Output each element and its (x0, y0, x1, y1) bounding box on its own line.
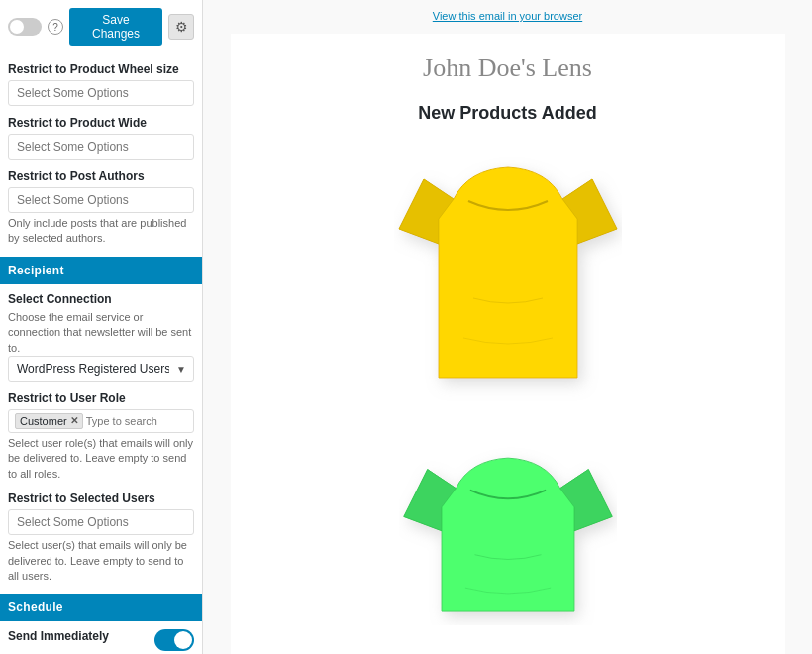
send-immediately-label: Send Immediately (8, 629, 109, 643)
post-authors-group: Restrict to Post Authors Only include po… (8, 169, 194, 247)
product-wide-label: Restrict to Product Wide (8, 116, 194, 130)
post-authors-hint: Only include posts that are published by… (8, 216, 194, 247)
product-wide-group: Restrict to Product Wide (8, 116, 194, 160)
selected-users-label: Restrict to Selected Users (8, 491, 194, 505)
post-authors-input[interactable] (8, 187, 194, 213)
selected-users-group: Restrict to Selected Users Select user(s… (8, 491, 194, 584)
product-wide-input[interactable] (8, 134, 194, 160)
select-connection-label: Select Connection (8, 292, 194, 306)
store-name-title: John Doe's Lens (251, 54, 765, 83)
select-connection-hint: Choose the email service or connection t… (8, 310, 194, 356)
settings-gear-icon[interactable]: ⚙ (168, 14, 194, 40)
select-connection-dropdown-wrapper: WordPress Registered Users Mailchimp Sen… (8, 356, 194, 382)
user-role-label: Restrict to User Role (8, 391, 194, 405)
product-wheel-size-input[interactable] (8, 80, 194, 106)
green-tshirt-svg (399, 427, 617, 625)
yellow-tshirt-svg (394, 140, 622, 407)
enable-toggle[interactable] (8, 18, 42, 36)
select-connection-group: Select Connection Choose the email servi… (8, 292, 194, 382)
right-panel: View this email in your browser John Doe… (203, 0, 812, 654)
select-connection-dropdown[interactable]: WordPress Registered Users Mailchimp Sen… (8, 356, 194, 382)
send-immediately-toggle[interactable] (154, 629, 194, 651)
view-in-browser-link[interactable]: View this email in your browser (433, 10, 582, 22)
product-wheel-size-label: Restrict to Product Wheel size (8, 62, 194, 76)
product-image-yellow (251, 140, 765, 407)
selected-users-hint: Select user(s) that emails will only be … (8, 538, 194, 584)
customer-tag: Customer ✕ (15, 413, 83, 429)
selected-users-input[interactable] (8, 509, 194, 535)
user-role-hint: Select user role(s) that emails will onl… (8, 436, 194, 482)
left-panel: ? Save Changes ⚙ Restrict to Product Whe… (0, 0, 203, 654)
recipient-section-header: Recipient (0, 257, 202, 284)
send-immediately-row: Send Immediately (8, 629, 194, 651)
email-container: John Doe's Lens New Products Added (231, 34, 785, 654)
product-image-green (251, 427, 765, 625)
customer-tag-label: Customer (20, 415, 67, 427)
user-role-search-input[interactable] (86, 415, 187, 427)
post-authors-label: Restrict to Post Authors (8, 169, 194, 183)
user-role-tag-input[interactable]: Customer ✕ (8, 409, 194, 433)
products-section-title: New Products Added (251, 103, 765, 124)
save-changes-button[interactable]: Save Changes (69, 8, 162, 46)
schedule-section-header: Schedule (0, 594, 202, 621)
user-role-group: Restrict to User Role Customer ✕ Select … (8, 391, 194, 482)
customer-tag-remove[interactable]: ✕ (70, 415, 78, 426)
panel-content: Restrict to Product Wheel size Restrict … (0, 54, 202, 654)
send-immediately-group: Send Immediately Enable to send newslett… (8, 629, 194, 654)
top-bar: ? Save Changes ⚙ (0, 0, 202, 54)
product-wheel-size-group: Restrict to Product Wheel size (8, 62, 194, 106)
help-icon[interactable]: ? (48, 19, 63, 35)
